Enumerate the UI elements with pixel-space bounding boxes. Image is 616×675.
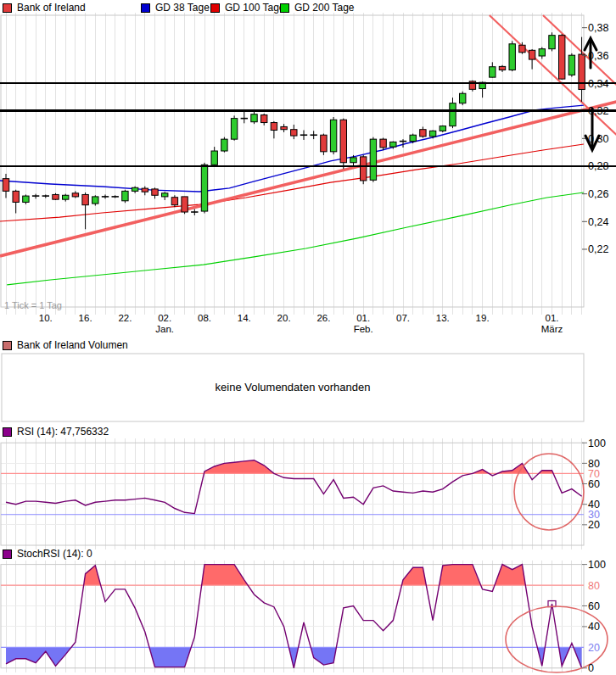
price-tick-label: 0,38: [588, 22, 608, 34]
candle-body: [211, 151, 217, 165]
chart-page: 0,380,360,340,320,300,280,260,240,2210.1…: [0, 0, 616, 675]
rsi-legend-label: RSI (14): 47,756332: [17, 426, 109, 438]
stochrsi-legend-label: StochRSI (14): 0: [17, 548, 92, 560]
candle-body: [122, 191, 128, 200]
candle-body: [440, 126, 445, 131]
date-tick-label: 16.: [79, 313, 92, 323]
date-axis: 10.16.22.02.Jan.08.14.20.26.01.Feb.07.13…: [39, 313, 563, 334]
date-month-label: Jan.: [155, 324, 174, 334]
date-tick-label: 22.: [118, 313, 132, 323]
rsi-tick-label: 100: [588, 438, 606, 449]
legend-label: GD 38 Tage: [155, 2, 210, 14]
candle-body: [251, 114, 257, 122]
volume-color-swatch: [3, 341, 12, 350]
candle-body: [13, 191, 19, 202]
date-tick-label: 26.: [316, 313, 330, 323]
candle-body: [53, 194, 59, 199]
candle-body: [132, 187, 137, 191]
rsi-border: [1, 443, 584, 545]
price-tick-label: 0,22: [588, 243, 608, 255]
date-tick-label: 10.: [39, 313, 53, 323]
candle-body: [330, 120, 336, 152]
candle-body: [271, 123, 277, 131]
gd200-color-swatch: [280, 3, 289, 13]
candle-body: [3, 179, 8, 192]
legend-item-instrument: Bank of Ireland: [3, 2, 86, 14]
date-tick-label: 07.: [396, 313, 410, 323]
date-tick-label: 08.: [198, 313, 211, 323]
candle-body: [281, 126, 287, 129]
candle-body: [201, 165, 207, 211]
candle-body: [549, 36, 555, 49]
candle-body: [340, 120, 346, 162]
rsi-panel: 100806040207030: [1, 438, 606, 549]
no-volume-data-message: keine Volumendaten vorhanden: [2, 381, 584, 393]
rsi-tick-label: 20: [588, 519, 600, 531]
chart-canvas: 0,380,360,340,320,300,280,260,240,2210.1…: [0, 0, 616, 675]
legend-item-gd200: GD 200 Tage: [280, 2, 355, 14]
legend-label: GD 100 Tage: [225, 2, 285, 14]
rsi-grid: [1, 438, 584, 549]
volume-legend-label: Bank of Ireland Volumen: [17, 339, 128, 351]
candle-body: [92, 197, 98, 204]
stochrsi-legend: StochRSI (14): 0: [3, 548, 92, 560]
stochrsi-tick-label: 0: [588, 662, 594, 674]
date-tick-label: 13.: [436, 313, 450, 323]
candle-body: [450, 103, 456, 126]
gd100-color-swatch: [210, 3, 220, 13]
candle-body: [291, 130, 297, 136]
rsi-overbought-label: 70: [588, 468, 600, 480]
candle-body: [231, 119, 237, 139]
candle-body: [162, 193, 168, 197]
rsi-tick-label: 60: [588, 478, 600, 490]
legend-item-gd100: GD 100 Tage: [210, 2, 285, 14]
date-tick-label: 02.: [158, 313, 171, 323]
legend-item-gd38: GD 38 Tage: [141, 2, 210, 14]
gd200-line: [7, 192, 584, 285]
date-tick-label: 14.: [238, 313, 251, 323]
ascending-support-line: [0, 102, 616, 256]
candle-body: [410, 135, 416, 141]
candle-body: [221, 139, 227, 151]
candle-body: [509, 44, 515, 70]
tick-interval-note: 1 Tick = 1 Tag: [4, 300, 62, 310]
candle-body: [370, 139, 376, 180]
date-month-label: Feb.: [354, 324, 373, 334]
price-grid: [6, 13, 582, 315]
gd38-line: [0, 105, 584, 192]
date-tick-label: 01.: [546, 313, 559, 323]
rsi-color-swatch: [3, 427, 12, 437]
stochrsi-oversold-label: 20: [588, 642, 600, 654]
candle-body: [539, 49, 545, 56]
legend-label: GD 200 Tage: [294, 2, 355, 14]
candle-body: [23, 196, 29, 202]
rsi-axis: 100806040207030: [582, 438, 606, 532]
stochrsi-tick-label: 40: [588, 621, 600, 633]
legend-label: Bank of Ireland: [17, 2, 86, 14]
candle-body: [182, 197, 188, 212]
date-tick-label: 19.: [476, 313, 490, 323]
candle-body: [261, 115, 267, 123]
candle-body: [390, 142, 396, 147]
candle-body: [499, 66, 505, 70]
candle-body: [460, 93, 466, 103]
candle-body: [72, 193, 78, 197]
rsi-oversold-label: 30: [588, 509, 600, 521]
date-tick-label: 01.: [356, 313, 370, 323]
date-month-label: März: [541, 324, 563, 334]
stochrsi-panel: 100604008020: [1, 559, 608, 674]
gd38-color-swatch: [141, 3, 150, 13]
candle-body: [361, 157, 367, 181]
price-tick-label: 0,26: [588, 188, 608, 200]
candle-body: [519, 45, 525, 52]
instrument-color-swatch: [3, 3, 12, 13]
rsi-ellipse-annotation: [514, 454, 584, 530]
candle-body: [152, 189, 158, 195]
candle-body: [171, 198, 177, 205]
candle-body: [490, 67, 496, 77]
candle-body: [350, 158, 356, 163]
candle-body: [321, 135, 327, 152]
stochrsi-overbought-label: 80: [588, 580, 600, 592]
candle-body: [420, 130, 426, 137]
volume-legend: Bank of Ireland Volumen: [3, 339, 128, 351]
